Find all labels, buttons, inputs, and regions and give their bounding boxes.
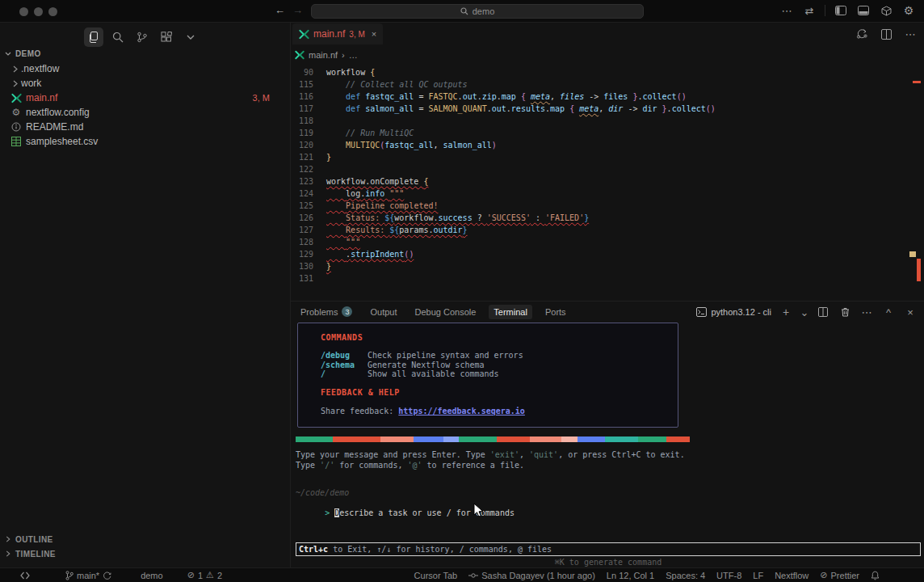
gear-icon[interactable]: ⚙ xyxy=(901,3,916,18)
code-line-117: 117 def salmon_all = SALMON_QUANT.out.re… xyxy=(291,103,924,115)
more-icon[interactable]: ⋯ xyxy=(859,305,874,319)
feedback-link[interactable]: https://feedback.seqera.io xyxy=(398,407,525,415)
overview-ruler-error-bar xyxy=(917,259,921,281)
chevron-down-icon[interactable] xyxy=(181,27,200,47)
nextflow-logo-icon xyxy=(11,93,22,103)
explorer-icon[interactable] xyxy=(84,27,103,47)
gradient-segment xyxy=(296,436,333,442)
titlebar-divider xyxy=(825,5,825,16)
panel-tab-debug-console[interactable]: Debug Console xyxy=(410,305,481,319)
search-view-icon[interactable] xyxy=(108,27,128,47)
traffic-light-minimize[interactable] xyxy=(34,7,43,16)
tab-problem-badge: 3, M xyxy=(349,30,364,39)
problems-summary[interactable]: ⊘ 1 ⚠ 2 xyxy=(182,568,228,582)
gradient-segment xyxy=(443,436,460,442)
encoding-setting[interactable]: UTF-8 xyxy=(711,568,747,582)
tab-main-nf[interactable]: main.nf 3, M × xyxy=(292,23,383,44)
sidebar: DEMO .nextflowworkmain.nf3, M⚙nextflow.c… xyxy=(0,23,291,567)
sync-icon xyxy=(103,571,111,580)
swap-panes-icon[interactable]: ⇄ xyxy=(802,3,817,18)
tab-label: main.nf xyxy=(313,28,345,40)
tree-item-work[interactable]: work xyxy=(0,76,289,91)
cube-icon[interactable] xyxy=(879,3,893,18)
code-line-126: 126 Status: ${workflow.success ? 'SUCCES… xyxy=(291,212,924,224)
mouse-pointer xyxy=(473,503,485,519)
nextflow-logo-icon xyxy=(295,50,304,60)
terminal-instance-label[interactable]: python3.12 - cli xyxy=(696,307,771,317)
tree-item-main-nf[interactable]: main.nf3, M xyxy=(0,91,289,105)
editor-area: main.nf 3, M × ⋯ main.nf › … 90workflow … xyxy=(291,23,924,301)
section-outline[interactable]: OUTLINE xyxy=(0,532,289,546)
close-icon[interactable]: × xyxy=(372,29,376,39)
branch-icon xyxy=(65,571,74,580)
breadcrumb-symbol[interactable]: … xyxy=(349,50,358,60)
app-window: ← → demo ⋯ ⇄ ⚙ DEMO .nextflowworkma xyxy=(0,0,924,582)
explorer-section-header[interactable]: DEMO xyxy=(5,49,41,58)
traffic-light-zoom[interactable] xyxy=(48,7,57,16)
panel-tab-problems[interactable]: Problems3 xyxy=(296,304,357,319)
toggle-sidebar-icon[interactable] xyxy=(834,3,848,18)
sidebar-bottom-sections: OUTLINETIMELINE xyxy=(0,532,289,561)
gradient-progress-bar xyxy=(296,436,690,442)
traffic-light-close[interactable] xyxy=(19,7,28,16)
extensions-icon[interactable] xyxy=(157,27,176,47)
gradient-segment xyxy=(638,436,666,442)
command-center-search[interactable]: demo xyxy=(311,4,644,19)
language-mode[interactable]: Nextflow xyxy=(769,568,814,582)
remote-indicator-icon[interactable] xyxy=(15,568,36,582)
tree-item--nextflow[interactable]: .nextflow xyxy=(0,61,289,76)
tree-item-nextflow-config[interactable]: ⚙nextflow.config xyxy=(0,105,289,120)
git-branch-item[interactable]: main* xyxy=(60,568,117,582)
section-timeline[interactable]: TIMELINE xyxy=(0,546,289,561)
warning-icon: ⚠ xyxy=(206,570,214,580)
more-icon[interactable]: ⋯ xyxy=(903,27,918,41)
tree-item-samplesheet-csv[interactable]: samplesheet.csv xyxy=(0,134,289,149)
split-terminal-icon[interactable] xyxy=(816,305,830,319)
trash-icon[interactable] xyxy=(838,305,852,319)
indentation-setting[interactable]: Spaces: 4 xyxy=(660,568,711,582)
code-line-121: 121} xyxy=(291,151,924,163)
run-pipeline-icon[interactable] xyxy=(855,27,869,41)
code-line-122: 122 xyxy=(291,163,924,175)
terminal-icon xyxy=(696,307,707,317)
gradient-segment xyxy=(666,436,690,442)
terminal-dropdown-icon[interactable]: ⌄ xyxy=(800,305,808,319)
panel-tab-terminal[interactable]: Terminal xyxy=(489,305,532,319)
panel-tab-ports[interactable]: Ports xyxy=(540,305,571,319)
breadcrumb-file[interactable]: main.nf xyxy=(309,50,338,60)
close-panel-icon[interactable]: × xyxy=(903,305,918,319)
formatter-item[interactable]: ⊘ Prettier xyxy=(814,568,865,582)
breadcrumb[interactable]: main.nf › … xyxy=(295,50,358,60)
code-line-131: 131 xyxy=(291,272,924,285)
source-control-icon[interactable] xyxy=(132,27,152,47)
code-line-118: 118 xyxy=(291,115,924,127)
new-terminal-icon[interactable]: + xyxy=(779,305,793,319)
notifications-bell-icon[interactable] xyxy=(865,568,885,582)
workspace-indicator[interactable]: demo xyxy=(135,568,169,582)
gradient-segment xyxy=(333,436,380,442)
chevron-right-icon xyxy=(13,65,18,73)
maximize-panel-icon[interactable]: ^ xyxy=(881,305,896,319)
more-icon[interactable]: ⋯ xyxy=(779,3,794,18)
back-arrow-icon[interactable]: ← xyxy=(275,4,285,16)
csv-table-icon xyxy=(11,137,21,146)
chevron-right-icon xyxy=(6,550,10,557)
eol-setting[interactable]: LF xyxy=(747,568,769,582)
cursor-tab-toggle[interactable]: Cursor Tab xyxy=(409,568,464,582)
tree-item-README-md[interactable]: README.md xyxy=(0,120,289,134)
cursor-position[interactable]: Ln 12, Col 1 xyxy=(601,568,660,582)
split-editor-icon[interactable] xyxy=(879,27,893,41)
forward-arrow-icon[interactable]: → xyxy=(292,4,303,16)
gradient-segment xyxy=(414,436,443,442)
error-icon: ⊘ xyxy=(187,570,195,580)
code-line-124: 124 log.info """ xyxy=(291,188,924,200)
toggle-panel-icon[interactable] xyxy=(856,3,871,18)
gradient-segment xyxy=(605,436,638,442)
git-blame-item[interactable]: Sasha Dagayev (1 hour ago) xyxy=(463,568,601,582)
code-line-123: 123workflow.onComplete { xyxy=(291,175,924,188)
gradient-segment xyxy=(497,436,530,442)
activity-bar xyxy=(84,27,200,47)
terminal-hint-bar: Ctrl+c to Exit, ↑/↓ for history, / comma… xyxy=(296,542,921,556)
panel-tab-output[interactable]: Output xyxy=(365,305,401,319)
code-line-129: 129 .stripIndent() xyxy=(291,248,924,260)
